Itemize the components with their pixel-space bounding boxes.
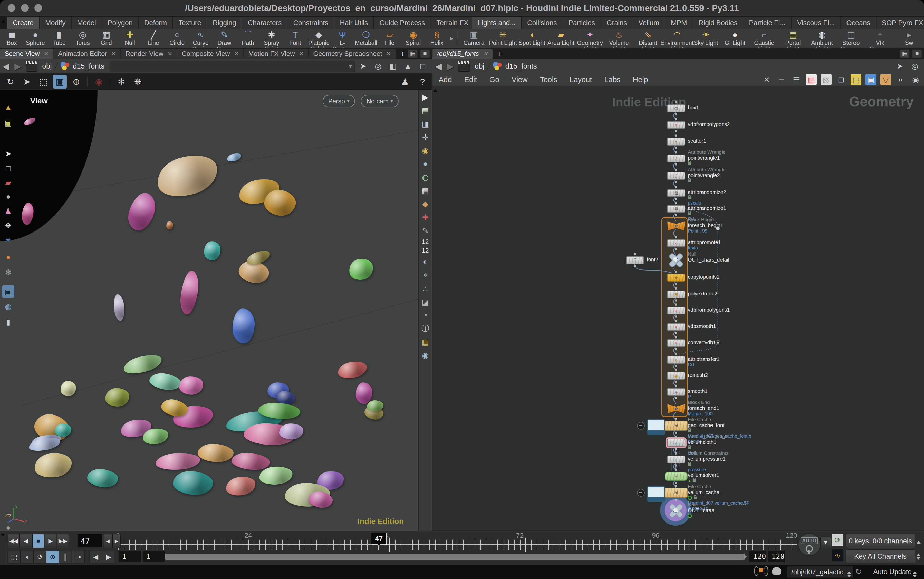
node-vdbfrompolygons2[interactable]: ∞ <box>667 121 685 129</box>
zoom-region-icon[interactable]: ⊕ <box>69 75 83 88</box>
shelf-tool-file[interactable]: ▱File <box>378 29 401 48</box>
particle-tool-icon[interactable]: ● <box>2 251 15 263</box>
menu-go[interactable]: Go <box>483 75 505 84</box>
stop-button[interactable]: ■ <box>32 534 44 548</box>
shelf-tab-deform[interactable]: Deform <box>139 17 173 29</box>
tab-render-view[interactable]: Render View✕ <box>121 49 177 59</box>
background-image-icon[interactable]: ▣ <box>865 74 876 85</box>
playhead[interactable]: 47 <box>371 533 387 545</box>
camera-tool-icon[interactable]: ▣ <box>53 75 67 88</box>
shelf-tab-terrain-fx[interactable]: Terrain FX <box>431 17 474 29</box>
color-palette-icon[interactable]: ▦ <box>806 74 817 85</box>
range-end-icon[interactable]: ▶ <box>102 551 115 563</box>
node-pointwrangle2[interactable]: ƒ <box>667 172 685 180</box>
menu-view[interactable]: View <box>505 75 534 84</box>
node-out-chars-detail[interactable] <box>667 251 685 269</box>
record-icon[interactable]: ◉ <box>92 75 106 88</box>
select-tool-icon[interactable]: ➤ <box>20 75 34 88</box>
pane-menu-icon[interactable]: ≡ <box>420 49 430 58</box>
close-tab-icon[interactable]: ✕ <box>234 51 239 57</box>
shelf-tab-viscous-fl[interactable]: Viscous Fl... <box>792 17 841 29</box>
shelf-tab-polygon[interactable]: Polygon <box>102 17 139 29</box>
menu-layout[interactable]: Layout <box>563 75 598 84</box>
shelf-tool-spiral[interactable]: ◉Spiral <box>401 29 425 48</box>
memory-icon[interactable] <box>772 567 781 575</box>
tick-marks-icon[interactable]: ∥ <box>59 551 72 563</box>
node-smooth1[interactable]: ◈ <box>667 388 685 396</box>
node-attribpromote1[interactable]: ➳ <box>667 239 685 247</box>
channel-graph-icon[interactable]: ∿ <box>832 550 844 561</box>
close-tab-icon[interactable]: ✕ <box>168 51 172 57</box>
tools-wrench-icon[interactable]: ✕ <box>761 74 772 85</box>
interrupt-icon[interactable] <box>759 568 763 572</box>
node-vdbfrompolygons1[interactable]: ∞ <box>667 307 685 314</box>
help-icon[interactable]: ? <box>415 75 429 88</box>
shelf-tab-modify[interactable]: Modify <box>39 17 72 29</box>
key-all-channels-button[interactable]: Key All Channels <box>846 550 915 563</box>
close-tab-icon[interactable]: ✕ <box>111 51 116 57</box>
range-end-field[interactable]: 120 <box>768 551 785 562</box>
tree-view-icon[interactable]: ⊢ <box>776 74 787 85</box>
shelf-tool-null[interactable]: ✚Null <box>118 29 142 48</box>
collapse-minus-icon[interactable] <box>637 422 645 430</box>
path-input[interactable]: ▼ <box>110 61 355 72</box>
network-box-icon[interactable]: ⊟ <box>836 74 847 85</box>
shelf-tab-collisions[interactable]: Collisions <box>522 17 563 29</box>
close-tab-icon[interactable]: ✕ <box>483 51 488 57</box>
frame-back-button[interactable]: ◀ <box>104 534 112 548</box>
expand-view-icon[interactable]: ✛ <box>419 131 432 143</box>
forward-arrow-icon[interactable]: ▶ <box>444 61 456 71</box>
shelf-tab-grains[interactable]: Grains <box>601 17 633 29</box>
add-pane-tab-button[interactable]: + <box>396 49 409 59</box>
node-vellumsolver1[interactable]: ◕ <box>664 472 688 481</box>
node-attribtransfer1[interactable]: ⬖ <box>667 356 685 364</box>
asset-box-icon[interactable]: ▽ <box>880 74 891 85</box>
update-mode-select[interactable]: Auto Update <box>869 566 918 577</box>
onion-skin-icon[interactable]: ◔ <box>419 309 432 321</box>
keys-up-arrow-icon[interactable] <box>916 538 921 544</box>
node-polyextrude2[interactable]: ⬒ <box>667 291 685 298</box>
scene-root-icon[interactable] <box>26 61 38 72</box>
shelf-tab-sop-pyro-fx[interactable]: SOP Pyro FX <box>876 17 924 29</box>
pane-layout-icon[interactable]: ▦ <box>408 49 418 58</box>
auto-key-button[interactable]: AUTO <box>798 533 821 556</box>
lock-icon[interactable]: ◻ <box>2 162 15 174</box>
material-icon[interactable]: ◍ <box>419 171 432 183</box>
view-camera-icon[interactable]: ◉ <box>419 349 432 361</box>
constraint-tool-icon[interactable]: ✻ <box>2 266 15 278</box>
menu-tools[interactable]: Tools <box>534 75 564 84</box>
node-scatter1[interactable]: ✦ <box>667 138 685 146</box>
go-end-button[interactable]: ▶▶ <box>57 534 69 548</box>
shelf-tool-vr-camera[interactable]: ◓VR Camera <box>865 29 895 48</box>
breadcrumb-node[interactable]: d15_fonts <box>503 62 540 70</box>
headlight-icon[interactable]: ◉ <box>419 144 432 157</box>
list-view-icon[interactable]: ☰ <box>791 74 802 85</box>
shelf-tool-distant-light[interactable]: ⇘Distant Light <box>633 29 662 48</box>
dynamics-tool-icon[interactable]: ✴ <box>2 234 15 246</box>
shelf-tool-portal-light[interactable]: ▤Portal Light <box>778 29 808 48</box>
persp-view-button[interactable]: Persp▾ <box>323 95 355 107</box>
shelf-tab-hair-utils[interactable]: Hair Utils <box>334 17 374 29</box>
shelf-tab-texture[interactable]: Texture <box>173 17 207 29</box>
snap-icon[interactable]: ◆ <box>419 198 432 210</box>
realtime-toggle-icon[interactable]: ⊕ <box>46 551 59 563</box>
annotate-icon[interactable]: ✎ <box>419 224 432 237</box>
wire-shaded-icon[interactable]: ◐ <box>419 256 432 268</box>
menu-labs[interactable]: Labs <box>598 75 626 84</box>
pane-layout-icon[interactable]: ▦ <box>900 49 909 58</box>
shelf-tab-constraints[interactable]: Constraints <box>288 17 334 29</box>
scrub-options-icon[interactable]: ⊸ <box>72 551 85 563</box>
add-pane-tab-button[interactable]: + <box>493 49 506 59</box>
shelf-tool-volume-light[interactable]: ♨Volume Light <box>605 29 633 48</box>
characters-icon[interactable]: ♟ <box>398 75 412 88</box>
shelf-tab-vellum[interactable]: Vellum <box>633 17 665 29</box>
node-attribrandomize2[interactable]: ⚄ <box>667 189 685 197</box>
playback-range-slider[interactable] <box>165 554 745 560</box>
axis-toggle-icon[interactable]: ✚ <box>419 211 432 223</box>
node-font2[interactable]: T <box>626 257 644 264</box>
menu-edit[interactable]: Edit <box>458 75 483 84</box>
pin-icon[interactable]: ➤ <box>358 61 369 72</box>
camera-select-button[interactable]: No cam▾ <box>361 95 399 107</box>
shelf-tool-curve-bezier[interactable]: ∿Curve Bezier <box>189 29 213 48</box>
close-tab-icon[interactable]: ✕ <box>386 51 391 57</box>
